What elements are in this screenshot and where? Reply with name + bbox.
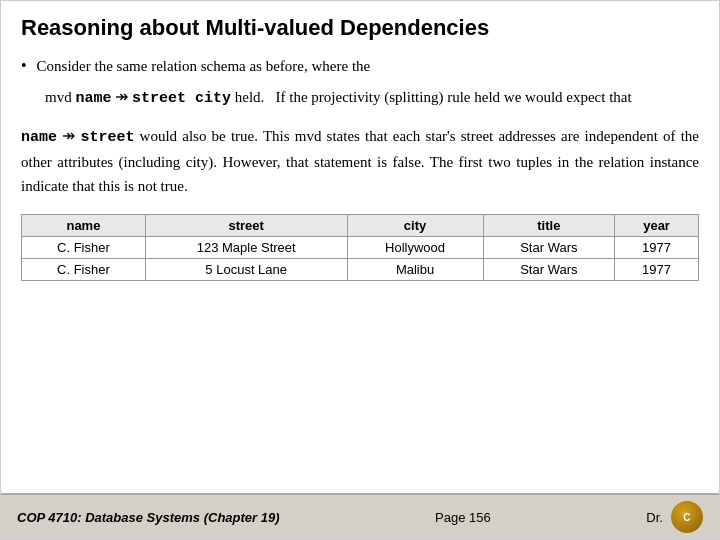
- row1-city: Hollywood: [347, 236, 483, 258]
- col-city: city: [347, 214, 483, 236]
- para-arrow: ↠: [62, 127, 75, 144]
- row2-name: C. Fisher: [22, 258, 146, 280]
- footer-dr: Dr.: [646, 510, 663, 525]
- para-street: street: [80, 129, 134, 146]
- table-row: C. Fisher 123 Maple Street Hollywood Sta…: [22, 236, 699, 258]
- footer-right-wrap: Dr. C: [646, 501, 703, 533]
- col-year: year: [615, 214, 699, 236]
- mvd-rest-mono: street city: [132, 90, 231, 107]
- col-name: name: [22, 214, 146, 236]
- footer-course: COP 4710: Database Systems (Chapter 19): [17, 510, 280, 525]
- row1-name: C. Fisher: [22, 236, 146, 258]
- bullet-item-1: • Consider the same relation schema as b…: [21, 55, 699, 78]
- col-street: street: [145, 214, 347, 236]
- mvd-name: name: [75, 90, 111, 107]
- footer-page: Page 156: [435, 510, 491, 525]
- slide-content: • Consider the same relation schema as b…: [1, 49, 719, 493]
- table-row: C. Fisher 5 Locust Lane Malibu Star Wars…: [22, 258, 699, 280]
- mvd-held-text: held. If the projectivity (splitting) ru…: [235, 89, 632, 105]
- bullet-text-1: Consider the same relation schema as bef…: [37, 55, 371, 78]
- mvd-line: mvd name ↠ street city held. If the proj…: [45, 84, 699, 111]
- para-block: name ↠ street would also be true. This m…: [21, 123, 699, 198]
- slide: Reasoning about Multi-valued Dependencie…: [0, 0, 720, 540]
- row1-title: Star Wars: [483, 236, 615, 258]
- col-title: title: [483, 214, 615, 236]
- para-name: name: [21, 129, 57, 146]
- logo-icon: C: [671, 501, 703, 533]
- row1-street: 123 Maple Street: [145, 236, 347, 258]
- mvd-arrow: ↠: [115, 88, 128, 105]
- slide-footer: COP 4710: Database Systems (Chapter 19) …: [1, 493, 719, 539]
- row2-title: Star Wars: [483, 258, 615, 280]
- slide-title: Reasoning about Multi-valued Dependencie…: [1, 1, 719, 49]
- row2-year: 1977: [615, 258, 699, 280]
- row2-street: 5 Locust Lane: [145, 258, 347, 280]
- row2-city: Malibu: [347, 258, 483, 280]
- relation-table: name street city title year C. Fisher 12…: [21, 214, 699, 281]
- mvd-keyword: mvd: [45, 89, 72, 105]
- row1-year: 1977: [615, 236, 699, 258]
- bullet-dot: •: [21, 57, 27, 75]
- table-header-row: name street city title year: [22, 214, 699, 236]
